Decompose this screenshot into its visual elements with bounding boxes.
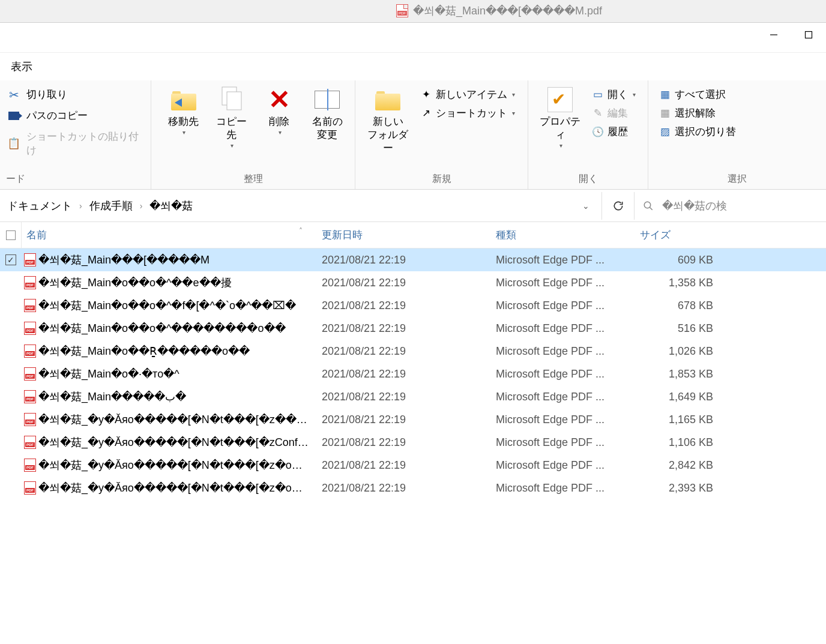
column-header-type[interactable]: 種類 [489, 228, 633, 242]
tab-view[interactable]: 表示 [8, 55, 35, 79]
table-row[interactable]: �쐬�菇_Main�o��o�^��e��擾2021/08/21 22:19Mi… [0, 271, 826, 294]
invert-selection-label: 選択の切り替 [675, 125, 736, 139]
file-date: 2021/08/21 22:19 [315, 322, 489, 335]
minimize-button[interactable] [756, 23, 791, 47]
breadcrumb[interactable]: ドキュメント › 作成手順 › �쐬�菇 ⌄ [0, 196, 601, 215]
file-icon [22, 459, 38, 472]
table-row[interactable]: �쐬�菇_Main�o��o�^��������o��2021/08/21 22… [0, 317, 826, 340]
select-all-label: すべて選択 [675, 88, 726, 101]
edit-label: 編集 [607, 106, 628, 120]
file-type: Microsoft Edge PDF ... [489, 391, 633, 403]
pdf-icon [396, 4, 408, 17]
table-row[interactable]: �쐬�菇_Main�����ب�2021/08/21 22:19Microsof… [0, 385, 826, 408]
file-name: �쐬�菇_Main�o��o�^�f�[�^�`o�^��⌧� [38, 298, 315, 313]
ribbon-group-select-label: 選択 [653, 170, 821, 189]
move-to-button[interactable]: 移動先 ▾ [161, 84, 206, 137]
file-date: 2021/08/21 22:19 [315, 459, 489, 472]
open-label: 開く [607, 88, 628, 101]
pdf-icon [24, 299, 36, 312]
file-icon [22, 276, 38, 289]
parent-window-title: �쐬�菇_Main���[�����M.pdf [413, 4, 602, 18]
cut-button[interactable]: ✂ 切り取り [5, 86, 146, 103]
new-folder-icon [375, 89, 400, 110]
pdf-icon [24, 345, 36, 358]
file-date: 2021/08/21 22:19 [315, 414, 489, 426]
file-date: 2021/08/21 22:19 [315, 299, 489, 312]
new-shortcut-button[interactable]: ↗ ショートカット ▾ [418, 105, 517, 121]
history-button[interactable]: 🕓 履歴 [589, 124, 638, 140]
file-size: 678 KB [633, 299, 723, 312]
invert-selection-icon: ▨ [659, 126, 671, 138]
table-row[interactable]: �쐬�菇_Main�o��o�^�f�[�^�`o�^��⌧�2021/08/2… [0, 294, 826, 317]
open-icon: ▭ [592, 89, 604, 101]
file-name: �쐬�菇_�y�Ăяo�����[�N�t���[�z�o��... [38, 458, 315, 472]
pdf-icon [24, 459, 36, 472]
refresh-button[interactable] [601, 192, 634, 220]
chevron-down-icon: ▾ [512, 110, 515, 116]
column-header-size[interactable]: サイズ [633, 228, 723, 242]
file-date: 2021/08/21 22:19 [315, 254, 489, 266]
open-button[interactable]: ▭ 開く ▾ [589, 86, 638, 103]
copy-to-label: コピー先 [211, 115, 252, 142]
copy-to-button[interactable]: コピー先 ▾ [209, 84, 255, 151]
select-all-icon: ▦ [659, 89, 671, 101]
table-row[interactable]: �쐬�菇_�y�Ăяo�����[�N�t���[�z�o��...2021/0… [0, 477, 826, 499]
search-icon [643, 200, 654, 211]
properties-button[interactable]: プロパティ ▾ [533, 84, 587, 151]
chevron-down-icon: ▾ [279, 128, 282, 136]
pdf-icon [24, 276, 36, 289]
chevron-right-icon[interactable]: › [77, 201, 85, 211]
file-date: 2021/08/21 22:19 [315, 391, 489, 403]
row-checkbox[interactable]: ✓ [0, 254, 22, 265]
select-all-button[interactable]: ▦ すべて選択 [657, 86, 738, 103]
column-headers: 名前 ˄ 更新日時 種類 サイズ [0, 222, 826, 248]
file-type: Microsoft Edge PDF ... [489, 414, 633, 426]
table-row[interactable]: �쐬�菇_Main�o�·�тo�^2021/08/21 22:19Micros… [0, 363, 826, 385]
table-row[interactable]: �쐬�菇_�y�Ăяo�����[�N�t���[�zConfig...2021… [0, 431, 826, 454]
file-type: Microsoft Edge PDF ... [489, 322, 633, 335]
breadcrumb-dropdown[interactable]: ⌄ [577, 196, 594, 215]
shortcut-icon: ↗ [420, 107, 432, 119]
new-folder-button[interactable]: 新しい フォルダー [360, 84, 415, 156]
column-header-name[interactable]: 名前 ˄ [22, 228, 315, 242]
select-all-checkbox[interactable] [0, 222, 22, 248]
column-header-date[interactable]: 更新日時 [315, 228, 489, 242]
table-row[interactable]: ✓�쐬�菇_Main���[�����M2021/08/21 22:19Micr… [0, 248, 826, 271]
file-icon [22, 390, 38, 403]
chevron-down-icon: ▾ [512, 91, 515, 98]
new-item-button[interactable]: ✦ 新しいアイテム ▾ [418, 86, 517, 103]
file-size: 2,393 KB [633, 482, 723, 495]
delete-button[interactable]: ✕ 削除 ▾ [257, 84, 303, 137]
ribbon-group-new-label: 新規 [360, 170, 523, 189]
file-type: Microsoft Edge PDF ... [489, 482, 633, 495]
pdf-icon [24, 481, 36, 495]
sparkle-icon: ✦ [420, 89, 432, 101]
chevron-right-icon[interactable]: › [137, 201, 145, 211]
copy-path-button[interactable]: パスのコピー [5, 107, 146, 124]
file-date: 2021/08/21 22:19 [315, 482, 489, 495]
table-row[interactable]: �쐬�菇_�y�Ăяo�����[�N�t���[�z���[�...2021/… [0, 408, 826, 431]
rename-button[interactable]: 名前の 変更 [304, 84, 350, 143]
file-icon [22, 322, 38, 335]
table-row[interactable]: �쐬�菇_�y�Ăяo�����[�N�t���[�z�o��...2021/0… [0, 454, 826, 477]
file-size: 1,106 KB [633, 436, 723, 449]
select-none-label: 選択解除 [675, 106, 716, 120]
paste-shortcut-label: ショートカットの貼り付け [26, 130, 143, 157]
select-none-button[interactable]: ▦ 選択解除 [657, 105, 738, 121]
breadcrumb-item[interactable]: �쐬�菇 [145, 196, 197, 215]
new-item-label: 新しいアイテム [436, 88, 507, 101]
file-type: Microsoft Edge PDF ... [489, 277, 633, 289]
delete-label: 削除 [269, 115, 289, 128]
breadcrumb-item[interactable]: ドキュメント [2, 196, 77, 215]
file-name: �쐬�菇_Main�o��o�^��������o�� [38, 321, 315, 336]
search-input[interactable]: �쐬�菇の検 [634, 192, 826, 220]
breadcrumb-item[interactable]: 作成手順 [85, 196, 137, 215]
invert-selection-button[interactable]: ▨ 選択の切り替 [657, 124, 738, 140]
file-name: �쐬�菇_Main�o�·�тo�^ [38, 367, 315, 381]
maximize-button[interactable] [791, 23, 826, 47]
table-row[interactable]: �쐬�菇_Main�o��Ṟ������o��2021/08/21 22:19M… [0, 340, 826, 363]
ribbon-group-open-label: 開く [533, 170, 643, 189]
file-type: Microsoft Edge PDF ... [489, 368, 633, 381]
new-shortcut-label: ショートカット [436, 106, 507, 120]
file-list: ✓�쐬�菇_Main���[�����M2021/08/21 22:19Micr… [0, 248, 826, 499]
